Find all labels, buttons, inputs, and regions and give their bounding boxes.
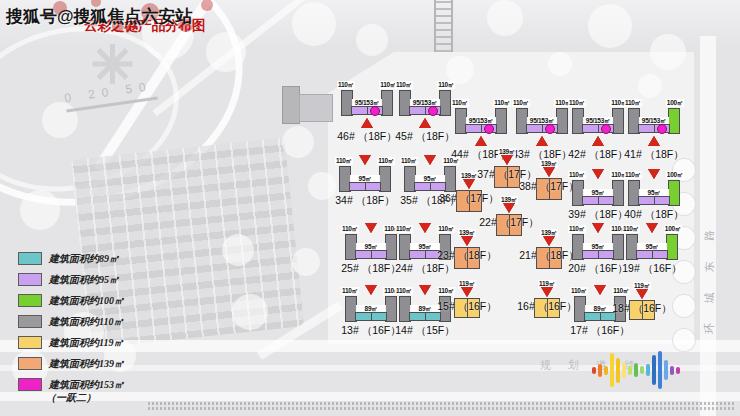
entrance-marker-icon <box>648 169 660 179</box>
mid-cells <box>638 196 670 205</box>
entrance-marker-icon <box>419 118 431 128</box>
building-label: 16# （16F） <box>517 300 577 314</box>
entrance-marker-icon <box>424 155 436 165</box>
area-chip: 100㎡ <box>664 225 682 233</box>
legend-label: 建筑面积约119㎡ <box>49 336 123 350</box>
building-41: 110㎡100㎡95/153㎡41# （18F） <box>628 108 680 134</box>
area-chip: 100㎡ <box>666 171 684 179</box>
mid-section: 95/153㎡ <box>409 99 441 115</box>
sohu-watermark-text: 搜狐号@搜狐焦点六安站 <box>6 5 193 28</box>
cell-divider <box>598 197 599 204</box>
cell-divider <box>367 107 368 114</box>
entrance-marker-icon <box>648 136 660 146</box>
area-chip: 110㎡ <box>570 287 588 295</box>
entrance-marker-icon <box>361 118 373 128</box>
duplex-dot <box>545 124 555 134</box>
mid-area-chip: 95㎡ <box>583 243 613 250</box>
tree-blob <box>292 2 336 46</box>
legend-swatch <box>18 315 42 328</box>
mid-section: 95/153㎡ <box>526 117 558 133</box>
mid-cells <box>584 312 616 321</box>
area-chip: 110㎡ <box>624 171 642 179</box>
duplex-dot <box>428 106 438 116</box>
mid-cells <box>414 182 446 191</box>
entrance-marker-icon <box>365 285 377 295</box>
legend-swatch <box>18 273 42 286</box>
mid-section: 95㎡ <box>355 243 387 259</box>
mid-area-chip: 95/153㎡ <box>466 117 496 124</box>
legend-swatch <box>18 336 42 349</box>
building-label: 34# （18F） <box>335 194 395 208</box>
fine-print-line <box>148 407 736 410</box>
mid-cells <box>349 182 381 191</box>
entrance-marker-icon <box>463 179 475 189</box>
cell-divider <box>598 125 599 132</box>
entrance-marker-icon <box>419 223 431 233</box>
logo-bar <box>658 351 662 389</box>
building-label: 20# （16F） <box>568 262 628 276</box>
entrance-marker-icon <box>501 155 513 165</box>
area-chip: 110㎡ <box>622 225 640 233</box>
legend-swatch <box>18 294 42 307</box>
logo-bar <box>664 360 668 380</box>
mid-cells <box>582 196 614 205</box>
entrance-marker-icon <box>646 223 658 233</box>
entrance-marker-icon <box>541 287 553 297</box>
mid-area-chip: 95㎡ <box>583 189 613 196</box>
building-13: 110㎡110㎡89㎡13# （16F） <box>345 296 397 322</box>
building-label: 22# （17F） <box>479 216 539 230</box>
mid-section: 95㎡ <box>636 243 668 259</box>
area-chip: 110㎡ <box>512 99 530 107</box>
mid-cells <box>636 250 668 259</box>
building-label: 21# （18F） <box>519 249 579 263</box>
tree-blob <box>282 126 314 158</box>
cell-divider <box>425 313 426 320</box>
mid-area-chip: 89㎡ <box>585 305 615 312</box>
tree-blob <box>548 52 572 76</box>
entrance-marker-icon <box>636 289 648 299</box>
area-chip: 110㎡ <box>568 171 586 179</box>
mid-area-chip: 95㎡ <box>410 243 440 250</box>
building-label: 46# （18F） <box>337 130 397 144</box>
area-chip: 110㎡ <box>612 287 630 295</box>
legend-label: 建筑面积约100㎡ <box>49 294 124 308</box>
building-42: 110㎡110㎡95/153㎡42# （18F） <box>572 108 624 134</box>
mid-area-chip: 89㎡ <box>356 305 386 312</box>
building-label: 19# （16F） <box>622 262 682 276</box>
mid-section: 95㎡ <box>638 189 670 205</box>
entrance-marker-icon <box>365 223 377 233</box>
duplex-dot <box>657 124 667 134</box>
neighbor-building <box>282 86 300 124</box>
building-label: 23# （18F） <box>437 249 497 263</box>
mid-cells <box>355 312 387 321</box>
legend-item: 建筑面积约89㎡ <box>18 248 124 269</box>
area-chip: 110㎡ <box>400 157 418 165</box>
compass-icon <box>92 44 132 84</box>
entrance-marker-icon <box>543 167 555 177</box>
tree-circle <box>672 294 696 318</box>
building-label: 25# （18F） <box>341 262 401 276</box>
entrance-marker-icon <box>461 287 473 297</box>
mid-section: 95/153㎡ <box>351 99 383 115</box>
legend-swatch <box>18 357 42 370</box>
logo-bar <box>676 367 680 374</box>
road-label-east: 环城东路 <box>702 174 717 334</box>
building-34: 110㎡110㎡95㎡34# （18F） <box>339 166 391 192</box>
logo-bar <box>670 366 674 375</box>
mid-cells <box>355 250 387 259</box>
area-chip: 110㎡ <box>493 99 511 107</box>
tree-blob <box>356 24 388 56</box>
mid-section: 89㎡ <box>584 305 616 321</box>
cell-divider <box>430 183 431 190</box>
entrance-marker-icon <box>592 223 604 233</box>
building-45: 110㎡110㎡95/153㎡45# （18F） <box>399 90 451 116</box>
building-25: 110㎡110㎡95㎡25# （18F） <box>345 234 397 260</box>
legend-label: 建筑面积约89㎡ <box>49 252 119 266</box>
area-chip: 110㎡ <box>437 225 455 233</box>
mid-area-chip: 95㎡ <box>637 243 667 250</box>
area-chip: 110㎡ <box>337 81 355 89</box>
building-label: 39# （18F） <box>568 208 628 222</box>
building-label: 13# （16F） <box>341 324 401 338</box>
area-chip: 110㎡ <box>437 81 455 89</box>
mid-area-chip: 95/153㎡ <box>583 117 613 124</box>
